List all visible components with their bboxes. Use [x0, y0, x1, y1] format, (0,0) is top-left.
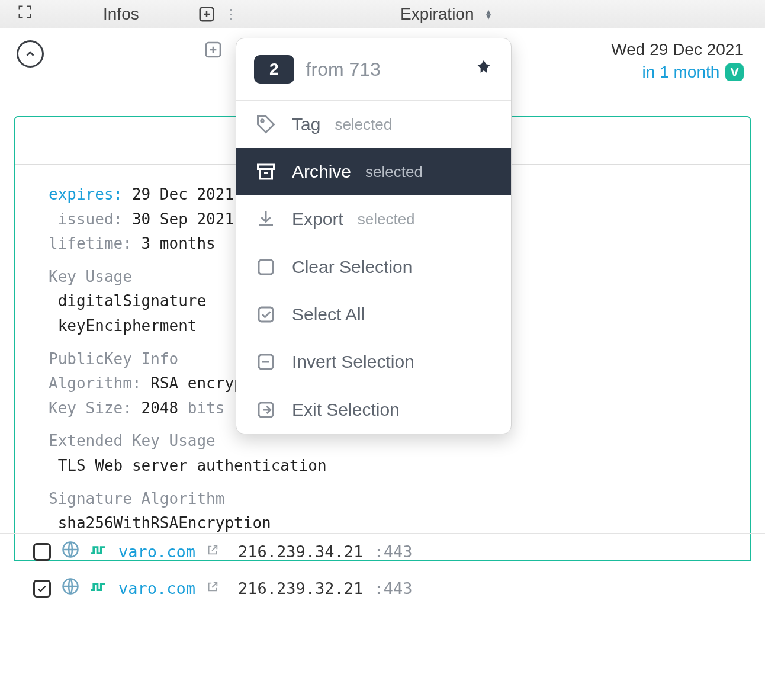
sort-label: Expiration	[400, 5, 474, 24]
domain[interactable]: varo.com	[118, 579, 195, 598]
top-toolbar: Infos ⋮ Expiration ▴▾	[0, 0, 765, 28]
sig-algo-value: sha256WithRSAEncryption	[58, 514, 271, 532]
external-link-icon[interactable]	[206, 542, 219, 561]
ip-address: 216.239.32.21	[238, 579, 363, 598]
selection-count: 2	[254, 55, 294, 84]
domain[interactable]: varo.com	[118, 542, 195, 561]
keysize-unit: bits	[188, 399, 225, 417]
certificate-list: varo.com 216.239.34.21:443 varo.com 216.…	[0, 533, 765, 606]
archive-icon	[254, 160, 278, 184]
menu-exit-selection[interactable]: Exit Selection	[236, 386, 511, 434]
svg-rect-8	[259, 307, 273, 322]
row-checkbox[interactable]	[33, 543, 51, 561]
keysize-value: 2048	[142, 399, 179, 417]
expiration-date: Wed 29 Dec 2021	[611, 40, 744, 59]
list-item[interactable]: varo.com 216.239.34.21:443	[0, 533, 765, 570]
key-usage-2: keyEncipherment	[58, 317, 197, 335]
from-label: from	[306, 59, 344, 80]
total-count: 713	[349, 59, 380, 80]
pulse-icon	[90, 542, 108, 561]
globe-icon	[62, 577, 79, 599]
expires-label: expires:	[49, 185, 123, 203]
square-icon	[254, 255, 278, 279]
menu-clear-selection[interactable]: Clear Selection	[236, 243, 511, 291]
menu-select-all[interactable]: Select All	[236, 291, 511, 338]
key-usage-1: digitalSignature	[58, 292, 206, 310]
port: :443	[374, 579, 412, 598]
menu-invert-selection[interactable]: Invert Selection	[236, 338, 511, 386]
sig-algo-title: Signature Algorithm	[49, 487, 716, 512]
row-checkbox[interactable]	[33, 580, 51, 598]
svg-rect-6	[260, 169, 272, 179]
pin-icon[interactable]	[474, 59, 493, 80]
lifetime-label: lifetime:	[49, 235, 132, 252]
more-icon[interactable]: ⋮	[224, 7, 237, 22]
collapse-toggle[interactable]	[17, 40, 44, 68]
lifetime-value: 3 months	[142, 235, 216, 252]
menu-archive[interactable]: Archive selected	[236, 148, 511, 195]
menu-tag[interactable]: Tag selected	[236, 101, 511, 148]
algorithm-label: Algorithm:	[49, 374, 142, 392]
issued-value: 30 Sep 2021	[132, 210, 234, 228]
sort-column[interactable]: Expiration ▴▾	[400, 5, 491, 24]
toolbar-title: Infos	[103, 5, 139, 24]
selection-summary: 2 from 713	[236, 38, 511, 101]
keysize-label: Key Size:	[49, 399, 132, 417]
svg-rect-7	[259, 260, 273, 274]
list-item[interactable]: varo.com 216.239.32.21:443	[0, 570, 765, 606]
status-badge: V	[725, 63, 744, 81]
expiration-relative: in 1 month	[642, 63, 720, 82]
arrow-right-square-icon	[254, 398, 278, 422]
expires-value: 29 Dec 2021	[132, 185, 234, 203]
svg-point-4	[261, 120, 264, 123]
globe-icon	[62, 541, 79, 563]
add-small-button[interactable]	[204, 40, 223, 62]
menu-export[interactable]: Export selected	[236, 195, 511, 243]
check-square-icon	[254, 303, 278, 326]
expiration-block: Wed 29 Dec 2021 in 1 month V	[611, 40, 744, 82]
ext-key-usage-1: TLS Web server authentication	[58, 457, 327, 474]
add-button[interactable]	[196, 4, 217, 25]
ip-address: 216.239.34.21	[238, 542, 363, 561]
tag-icon	[254, 113, 278, 136]
port: :443	[374, 542, 412, 561]
minus-square-icon	[254, 350, 278, 374]
selection-menu: 2 from 713 Tag selected Archive selected…	[236, 38, 512, 434]
fullscreen-icon[interactable]	[17, 4, 33, 24]
issued-label: issued:	[58, 210, 123, 228]
sort-arrows-icon: ▴▾	[486, 9, 491, 19]
external-link-icon[interactable]	[206, 579, 219, 598]
export-icon	[254, 207, 278, 231]
pulse-icon	[90, 579, 108, 598]
